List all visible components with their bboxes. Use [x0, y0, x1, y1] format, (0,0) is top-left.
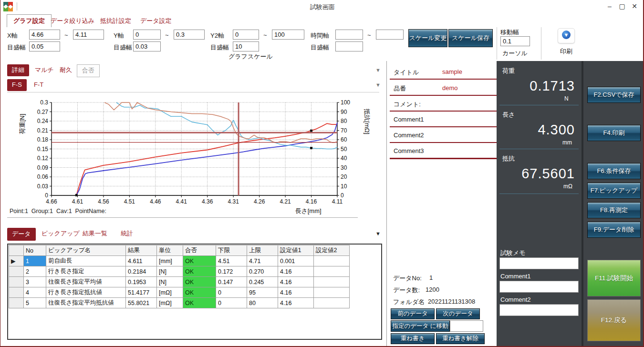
y-step-input[interactable] — [133, 41, 161, 51]
tilde-text: ~ — [165, 31, 169, 39]
chevron-down-icon[interactable]: ▼ — [375, 231, 381, 236]
test-screen-window: 試験画面 – ▢ ✕ グラフ設定 データ絞り込み 抵抗計設定 データ設定 X軸 … — [0, 0, 644, 347]
data-tab-row: データ ピックアップ 結果一覧 統計 ▼ — [7, 228, 379, 241]
close-button[interactable]: ✕ — [628, 2, 641, 10]
comment1-label: Comment1 — [394, 116, 424, 123]
graph-scale-caption: グラフスケール — [229, 52, 273, 61]
prev-data-button[interactable]: 前のデータ — [391, 308, 435, 319]
svg-text:荷重[N]: 荷重[N] — [19, 114, 26, 134]
test-memo-input[interactable] — [499, 257, 579, 269]
col-pass-fail[interactable]: 合否 — [183, 245, 216, 256]
time-to-input[interactable] — [376, 30, 404, 40]
comment1-row[interactable]: Comment1 — [390, 112, 498, 127]
goto-data-button[interactable]: 指定のデータ に移動 — [391, 320, 450, 332]
col-setting1[interactable]: 設定値1 — [278, 245, 314, 256]
time-step-input[interactable] — [335, 41, 363, 51]
table-row[interactable]: 2 行き長さ指定 0.2184 [N] OK 0.172 0.270 4.16 — [9, 266, 350, 277]
col-upper[interactable]: 上限 — [247, 245, 278, 256]
x-to-input[interactable] — [73, 30, 104, 40]
f7-pickup-button[interactable]: F7.ピックアップ — [587, 183, 641, 199]
row-selector-icon[interactable]: ▶ — [9, 256, 24, 266]
col-unit[interactable]: 単位 — [157, 245, 183, 256]
next-data-button[interactable]: 次のデータ — [436, 308, 480, 319]
table-row[interactable]: 4 行き長さ指定抵抗値 51.4177 [mΩ] OK 0 95 4.16 — [9, 287, 350, 298]
tab-statistics[interactable]: 統計 — [116, 228, 138, 240]
maximize-button[interactable]: ▢ — [616, 2, 628, 10]
scale-save-button[interactable]: スケール保存 — [448, 29, 493, 47]
tab-data-settings[interactable]: データ設定 — [134, 15, 178, 27]
overlay-off-button[interactable]: 重ね書き解除 — [436, 333, 485, 344]
svg-text:0.24: 0.24 — [37, 118, 49, 124]
y-to-input[interactable] — [174, 30, 205, 40]
time-step-label: 目盛幅 — [311, 43, 329, 52]
tab-data-filter[interactable]: データ絞り込み — [44, 15, 101, 27]
f12-back-button[interactable]: F12.戻る — [587, 299, 641, 341]
tab-result-list[interactable]: 結果一覧 — [78, 228, 112, 240]
overlay-button[interactable]: 重ね書き — [391, 333, 435, 344]
data-count-value: 1200 — [426, 286, 439, 293]
table-row[interactable]: ▶ 1 前自由長 4.611 [mm] OK 4.51 4.71 0.001 — [9, 256, 350, 266]
chart-area[interactable]: 4.664.614.564.514.464.414.364.314.264.21… — [0, 95, 387, 215]
col-setting2[interactable]: 設定値2 — [314, 245, 350, 256]
table-header-row: No ピックアップ名 結果 単位 合否 下限 上限 設定値1 設定値2 — [9, 245, 350, 256]
chevron-down-icon[interactable]: ▼ — [375, 82, 381, 88]
tab-data[interactable]: データ — [7, 228, 36, 241]
table-row[interactable]: 5 往復長さ指定平均抵抗値 55.8021 [mΩ] OK 0 80 4.16 — [9, 298, 350, 308]
pickup-table-container: No ピックアップ名 結果 単位 合否 下限 上限 設定値1 設定値2 ▶ 1 … — [7, 244, 382, 340]
y2-axis-label: Y2軸 — [210, 31, 224, 40]
time-from-input[interactable] — [335, 30, 363, 40]
y2-to-input[interactable] — [272, 30, 304, 40]
scale-change-button[interactable]: スケール変更 — [408, 29, 447, 47]
point-status-line: Point:1 Group:1 Cav:1 PointName: — [7, 208, 358, 218]
x-from-input[interactable] — [29, 30, 60, 40]
tab-ohmmeter-settings[interactable]: 抵抗計設定 — [94, 15, 137, 27]
resistance-unit: mΩ — [563, 183, 572, 190]
title-value[interactable]: sample — [442, 68, 462, 75]
tab-pickup[interactable]: ピックアップ — [37, 228, 84, 240]
part-number-value[interactable]: demo — [442, 84, 458, 92]
f9-delete-data-button[interactable]: F9.データ削除 — [587, 222, 641, 238]
minimize-button[interactable]: – — [603, 2, 616, 10]
tab-detail[interactable]: 詳細 — [7, 64, 29, 76]
x-step-input[interactable] — [29, 41, 60, 51]
info-panel: タイトル sample 品番 demo コメント: Comment1 Comme… — [387, 61, 497, 346]
folder-label: フォルダ名 — [393, 298, 425, 306]
tab-endurance[interactable]: 耐久 — [55, 64, 77, 76]
svg-text:80: 80 — [341, 118, 347, 124]
svg-text:40: 40 — [341, 155, 347, 162]
memo-comment1-input[interactable] — [499, 281, 579, 293]
col-lower[interactable]: 下限 — [216, 245, 247, 256]
length-value: 4.300 — [538, 122, 575, 138]
svg-text:4.56: 4.56 — [98, 198, 109, 205]
y-from-input[interactable] — [133, 30, 161, 40]
svg-text:0.09: 0.09 — [37, 164, 49, 171]
tab-multi[interactable]: マルチ — [30, 64, 59, 76]
print-button[interactable]: ▼ 印刷 — [553, 28, 580, 56]
chevron-down-icon[interactable]: ▼ — [375, 67, 381, 73]
tab-f-s[interactable]: F-S — [7, 79, 27, 91]
y2-step-input[interactable] — [233, 41, 259, 51]
col-no[interactable]: No — [24, 245, 46, 256]
window-title: 試験画面 — [0, 3, 644, 11]
col-pickup-name[interactable]: ピックアップ名 — [46, 245, 126, 256]
svg-text:20: 20 — [341, 174, 347, 180]
f8-remeasure-button[interactable]: F8.再測定 — [587, 202, 641, 218]
part-number-label: 品番 — [394, 84, 406, 93]
comment3-row[interactable]: Comment3 — [390, 144, 498, 159]
table-row[interactable]: 3 往復長さ指定平均値 0.1953 [N] OK 0.147 0.245 4.… — [9, 277, 350, 287]
tab-f-t[interactable]: F-T — [29, 79, 48, 91]
y2-from-input[interactable] — [233, 30, 259, 40]
col-result[interactable]: 結果 — [126, 245, 157, 256]
goto-data-input[interactable] — [450, 320, 483, 332]
svg-text:0.18: 0.18 — [37, 136, 49, 143]
tab-pass-fail[interactable]: 合否 — [77, 64, 100, 77]
comment2-row[interactable]: Comment2 — [390, 128, 498, 143]
f6-save-condition-button[interactable]: F6.条件保存 — [587, 163, 641, 179]
move-width-input[interactable] — [500, 36, 530, 46]
f4-print-button[interactable]: F4.印刷 — [587, 125, 641, 141]
f11-start-test-button[interactable]: F11.試験開始 — [587, 260, 641, 296]
separator — [541, 27, 541, 60]
graph-scale-panel: X軸 ~ 目盛幅 Y軸 ~ 目盛幅 Y2軸 ~ 目盛幅 時間軸 ~ 目盛幅 グラ… — [0, 27, 644, 61]
memo-comment2-input[interactable] — [499, 304, 579, 316]
f2-save-csv-button[interactable]: F2.CSVで保存 — [587, 87, 641, 103]
